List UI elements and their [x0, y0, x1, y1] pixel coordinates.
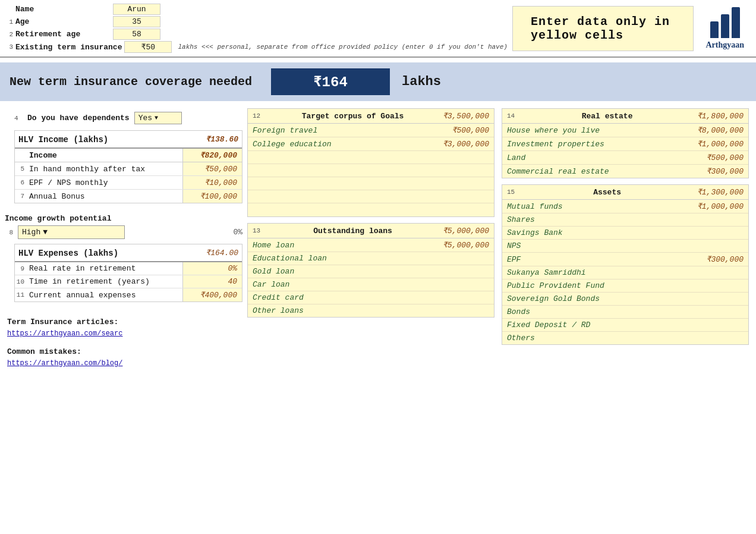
loans-row-2: Gold loan — [248, 265, 494, 278]
retirement-label: Retirement age — [15, 30, 111, 39]
re-value-0[interactable]: ₹8,000,000 — [697, 125, 744, 135]
articles-link1[interactable]: https://arthgyaan.com/searc — [7, 329, 122, 338]
retirement-value[interactable]: 58 — [113, 29, 160, 40]
row10-num: 10 — [15, 277, 26, 287]
hlv-income-table: HLV Income (lakhs) ₹138.60 Income ₹820,0… — [14, 130, 242, 203]
goals-row-2 — [248, 151, 494, 164]
coverage-banner: New term insurance coverage needed ₹164 … — [0, 62, 756, 101]
assets-label-2: Savings Bank — [507, 228, 563, 237]
row5-value[interactable]: ₹50,000 — [182, 162, 242, 175]
loans-num: 13 — [253, 227, 260, 234]
assets-row-5: Sukanya Samriddhi — [502, 266, 748, 279]
articles-link2[interactable]: https://arthgyaan.com/blog/ — [7, 359, 122, 367]
row9-label: Real rate in retirement — [26, 262, 182, 275]
income-row-6: 6 EPF / NPS monthly ₹10,000 — [15, 176, 242, 190]
row7-value[interactable]: ₹100,000 — [182, 190, 242, 203]
income-row-7: 7 Annual Bonus ₹100,000 — [15, 190, 242, 203]
re-row-2: Land ₹500,000 — [502, 151, 748, 165]
logo-bars — [710, 7, 740, 38]
mistakes-title: Common mistakes: — [7, 347, 240, 356]
loans-label-5: Other loans — [253, 306, 304, 315]
assets-label-7: Sovereign Gold Bonds — [507, 294, 600, 303]
goals-label-0: Foreign travel — [253, 126, 317, 135]
hlv-income-outer: HLV Income (lakhs) ₹138.60 Income ₹820,0… — [5, 130, 242, 209]
growth-dropdown[interactable]: High ▼ — [18, 225, 125, 239]
row5-label: In hand monthly after tax — [26, 163, 182, 175]
exp-row-9: 9 Real rate in retirement 0% — [15, 262, 242, 275]
loans-value-0[interactable]: ₹5,000,000 — [443, 240, 489, 250]
insurance-value[interactable]: ₹50 — [124, 41, 172, 53]
row11-value[interactable]: ₹400,000 — [182, 288, 242, 301]
goals-title: Target corpus of Goals — [302, 112, 404, 121]
re-value-1[interactable]: ₹1,000,000 — [697, 139, 744, 149]
assets-value-0[interactable]: ₹1,000,000 — [697, 202, 744, 211]
realestate-outer: 14 Real estate ₹1,800,000 House where yo… — [502, 108, 749, 178]
loans-label-2: Gold loan — [253, 267, 294, 276]
coverage-unit: lakhs — [390, 74, 441, 89]
goals-value-0[interactable]: ₹500,000 — [452, 125, 489, 135]
loans-label-3: Car loan — [253, 280, 289, 289]
goals-total: ₹3,500,000 — [443, 111, 489, 121]
header-left: Name Arun 1 Age 35 2 Retirement age 58 3… — [5, 4, 508, 53]
assets-row-10: Others — [502, 332, 748, 344]
loans-row-3: Car loan — [248, 278, 494, 291]
row9-value[interactable]: 0% — [182, 262, 242, 275]
assets-label-4: EPF — [507, 255, 521, 264]
goals-row-0: Foreign travel ₹500,000 — [248, 124, 494, 137]
hlv-expenses-section: HLV Expenses (lakhs) ₹164.00 9 Real rate… — [14, 244, 242, 308]
growth-num: 8 — [5, 229, 13, 236]
name-value[interactable]: Arun — [113, 4, 160, 15]
age-value[interactable]: 35 — [113, 16, 160, 27]
page: Name Arun 1 Age 35 2 Retirement age 58 3… — [0, 0, 756, 534]
growth-title: Income growth potential — [5, 214, 242, 225]
assets-row-8: Bonds — [502, 306, 748, 319]
exp-row-11: 11 Current annual expenses ₹400,000 — [15, 288, 242, 301]
income-sub-num — [15, 154, 26, 156]
hlv-expenses-table: HLV Expenses (lakhs) ₹164.00 9 Real rate… — [14, 244, 242, 302]
hlv-income-header: HLV Income (lakhs) ₹138.60 — [15, 131, 242, 149]
assets-label-3: NPS — [507, 241, 521, 250]
goals-header: 12 Target corpus of Goals ₹3,500,000 — [248, 109, 494, 124]
logo-bar-3 — [732, 7, 740, 38]
re-label-0: House where you live — [507, 126, 600, 135]
re-label-3: Commercial real estate — [507, 167, 609, 176]
row7-num: 7 — [15, 191, 26, 201]
retirement-num: 2 — [5, 31, 13, 38]
row7-label: Annual Bonus — [26, 190, 182, 203]
dep-label: Do you have dependents — [27, 114, 130, 122]
income-subheader: Income ₹820,000 — [15, 149, 242, 162]
header-center: Enter data only in yellow cells — [512, 4, 694, 53]
loans-row-0: Home loan ₹5,000,000 — [248, 238, 494, 252]
assets-table: 15 Assets ₹1,300,000 Mutual funds ₹1,000… — [502, 184, 749, 345]
hlv-income-title: HLV Income (lakhs) — [18, 133, 108, 146]
hlv-income-section: HLV Income (lakhs) ₹138.60 Income ₹820,0… — [14, 130, 242, 209]
hlv-income-total: ₹138.60 — [206, 134, 238, 144]
name-row: Name Arun — [5, 4, 508, 15]
re-num: 14 — [507, 112, 515, 120]
re-label-1: Investment properties — [507, 140, 604, 149]
hlv-exp-header: HLV Expenses (lakhs) ₹164.00 — [15, 244, 242, 262]
realestate-table: 14 Real estate ₹1,800,000 House where yo… — [502, 108, 749, 178]
hlv-exp-outer: HLV Expenses (lakhs) ₹164.00 9 Real rate… — [5, 244, 242, 308]
re-row-1: Investment properties ₹1,000,000 — [502, 137, 748, 151]
coverage-label: New term insurance coverage needed — [10, 75, 271, 89]
row6-value[interactable]: ₹10,000 — [182, 176, 242, 189]
assets-label-1: Shares — [507, 215, 535, 224]
dependents-dropdown[interactable]: Yes ▼ — [134, 112, 182, 124]
income-label: Income — [26, 149, 182, 162]
growth-value: High — [22, 228, 40, 237]
goals-value-1[interactable]: ₹3,000,000 — [443, 139, 489, 149]
exp-row-10: 10 Time in retirement (years) 40 — [15, 275, 242, 288]
assets-total: ₹1,300,000 — [697, 187, 744, 197]
re-value-2[interactable]: ₹500,000 — [707, 153, 744, 162]
row10-value[interactable]: 40 — [182, 275, 242, 288]
assets-value-4[interactable]: ₹300,000 — [707, 255, 744, 264]
re-label-2: Land — [507, 153, 525, 162]
assets-row-7: Sovereign Gold Bonds — [502, 293, 748, 306]
assets-row-3: NPS — [502, 240, 748, 253]
re-value-3[interactable]: ₹300,000 — [707, 167, 744, 176]
income-value: ₹820,000 — [182, 149, 242, 162]
assets-row-9: Fixed Deposit / RD — [502, 319, 748, 332]
goals-row-1: College education ₹3,000,000 — [248, 137, 494, 151]
name-label: Name — [15, 5, 111, 14]
